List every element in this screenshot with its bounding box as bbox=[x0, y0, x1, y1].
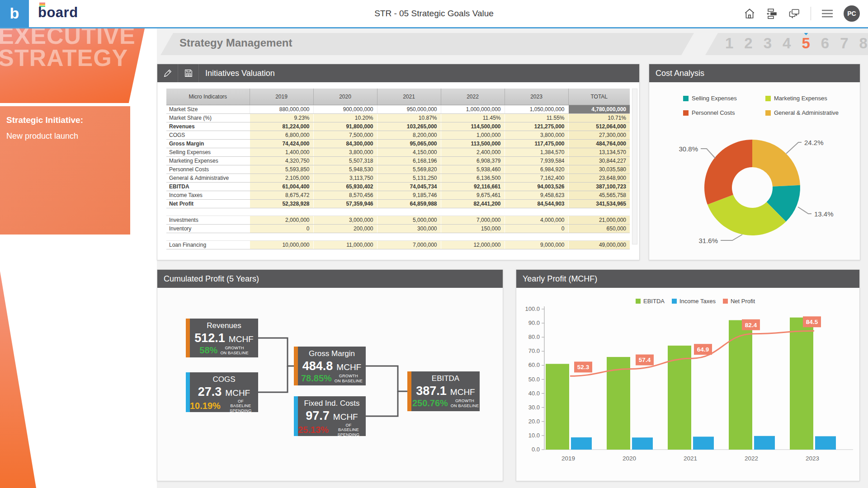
table-cell[interactable]: 8,675,472 bbox=[250, 191, 313, 199]
step-4[interactable]: 4 bbox=[783, 35, 791, 52]
table-cell[interactable]: 30,844,227 bbox=[568, 156, 630, 165]
table-cell[interactable]: 1,050,000,000 bbox=[505, 105, 568, 113]
table-cell[interactable]: 650,000 bbox=[568, 224, 630, 233]
table-cell[interactable]: 27,300,000 bbox=[568, 131, 630, 139]
home-icon[interactable] bbox=[744, 8, 755, 19]
table-cell[interactable]: 94,003,526 bbox=[505, 182, 568, 191]
table-cell[interactable]: 1,384,570 bbox=[505, 148, 568, 156]
table-cell[interactable]: 3,800,000 bbox=[313, 148, 377, 156]
table-cell[interactable]: 95,065,000 bbox=[377, 139, 441, 148]
table-cell[interactable]: 117,475,000 bbox=[505, 139, 568, 148]
table-cell[interactable]: 9.23% bbox=[250, 113, 313, 122]
table-cell[interactable]: 0 bbox=[250, 224, 313, 233]
table-cell[interactable]: 341,534,965 bbox=[568, 199, 630, 208]
table-cell[interactable]: 74,045,734 bbox=[377, 182, 441, 191]
table-cell[interactable]: 92,116,661 bbox=[441, 182, 505, 191]
table-cell[interactable]: 5,131,250 bbox=[377, 174, 441, 182]
table-cell[interactable]: 1,400,000 bbox=[250, 148, 313, 156]
table-cell[interactable]: 5,000,000 bbox=[377, 216, 441, 224]
screens-navigation-icon[interactable] bbox=[765, 8, 778, 19]
table-cell[interactable]: 950,000,000 bbox=[377, 105, 441, 113]
table-cell[interactable]: 6,984,920 bbox=[505, 165, 568, 174]
table-cell[interactable]: 113,500,000 bbox=[441, 139, 505, 148]
table-cell[interactable]: 61,004,400 bbox=[250, 182, 313, 191]
table-cell[interactable]: 82,441,200 bbox=[441, 199, 505, 208]
table-cell[interactable]: 3,000,000 bbox=[313, 216, 377, 224]
table-cell[interactable]: 21,000,000 bbox=[568, 216, 630, 224]
table-cell[interactable]: 4,150,000 bbox=[377, 148, 441, 156]
table-cell[interactable]: 6,136,500 bbox=[441, 174, 505, 182]
table-cell[interactable]: 84,544,903 bbox=[505, 199, 568, 208]
table-cell[interactable]: 7,162,400 bbox=[505, 174, 568, 182]
table-cell[interactable]: 91,800,000 bbox=[313, 122, 377, 131]
table-scrollbar[interactable] bbox=[632, 89, 637, 244]
step-7[interactable]: 7 bbox=[840, 35, 848, 52]
table-cell[interactable]: 64,859,988 bbox=[377, 199, 441, 208]
table-cell[interactable]: 30,035,580 bbox=[568, 165, 630, 174]
table-cell[interactable]: 300,000 bbox=[377, 224, 441, 233]
table-cell[interactable]: 200,000 bbox=[313, 224, 377, 233]
table-cell[interactable]: 7,000,000 bbox=[377, 240, 441, 249]
table-cell[interactable]: 11.55% bbox=[505, 113, 568, 122]
table-cell[interactable]: 900,000,000 bbox=[313, 105, 377, 113]
edit-pencil-icon[interactable] bbox=[157, 64, 178, 82]
table-cell[interactable]: 2,105,000 bbox=[250, 174, 313, 182]
table-cell[interactable]: 5,569,820 bbox=[377, 165, 441, 174]
table-cell[interactable]: 49,000,000 bbox=[568, 240, 630, 249]
table-cell[interactable]: 9,675,461 bbox=[441, 191, 505, 199]
table-cell[interactable]: 6,908,379 bbox=[441, 156, 505, 165]
table-cell[interactable]: 5,593,850 bbox=[250, 165, 313, 174]
table-cell[interactable]: 103,265,000 bbox=[377, 122, 441, 131]
table-cell[interactable]: 3,113,750 bbox=[313, 174, 377, 182]
board-logo-icon[interactable]: b bbox=[0, 0, 29, 27]
table-cell[interactable]: 6,168,196 bbox=[377, 156, 441, 165]
step-8[interactable]: 8 bbox=[859, 35, 868, 52]
table-cell[interactable]: 11.45% bbox=[441, 113, 505, 122]
table-cell[interactable]: 7,939,584 bbox=[505, 156, 568, 165]
table-cell[interactable]: 10.20% bbox=[313, 113, 377, 122]
comments-icon[interactable] bbox=[788, 8, 801, 19]
table-cell[interactable]: 5,938,460 bbox=[441, 165, 505, 174]
table-cell[interactable]: 10.71% bbox=[568, 113, 630, 122]
step-6[interactable]: 6 bbox=[821, 35, 829, 52]
table-cell[interactable]: 484,764,000 bbox=[568, 139, 630, 148]
table-cell[interactable]: 4,000,000 bbox=[505, 216, 568, 224]
table-cell[interactable]: 74,424,000 bbox=[250, 139, 313, 148]
menu-icon[interactable] bbox=[821, 9, 834, 19]
table-cell[interactable]: 2,400,000 bbox=[441, 148, 505, 156]
table-cell[interactable]: 84,300,000 bbox=[313, 139, 377, 148]
table-cell[interactable]: 5,507,318 bbox=[313, 156, 377, 165]
table-cell[interactable]: 4,780,000,000 bbox=[568, 105, 630, 113]
table-cell[interactable]: 52,328,928 bbox=[250, 199, 313, 208]
table-cell[interactable]: 12,000,000 bbox=[441, 240, 505, 249]
table-cell[interactable]: 7,500,000 bbox=[313, 131, 377, 139]
step-1[interactable]: 1 bbox=[725, 35, 733, 52]
table-cell[interactable]: 512,064,000 bbox=[568, 122, 630, 131]
save-icon[interactable] bbox=[178, 64, 199, 82]
table-cell[interactable]: 81,224,000 bbox=[250, 122, 313, 131]
table-cell[interactable]: 114,500,000 bbox=[441, 122, 505, 131]
table-cell[interactable]: 23,648,900 bbox=[568, 174, 630, 182]
table-cell[interactable]: 4,320,750 bbox=[250, 156, 313, 165]
table-cell[interactable]: 2,000,000 bbox=[250, 216, 313, 224]
table-cell[interactable]: 150,000 bbox=[441, 224, 505, 233]
table-cell[interactable]: 6,800,000 bbox=[250, 131, 313, 139]
table-cell[interactable]: 65,930,402 bbox=[313, 182, 377, 191]
table-cell[interactable]: 9,458,623 bbox=[505, 191, 568, 199]
table-cell[interactable]: 10.87% bbox=[377, 113, 441, 122]
step-5[interactable]: 5 bbox=[802, 35, 810, 52]
table-cell[interactable]: 3,800,000 bbox=[505, 131, 568, 139]
table-cell[interactable]: 1,000,000 bbox=[441, 131, 505, 139]
step-3[interactable]: 3 bbox=[764, 35, 772, 52]
table-cell[interactable]: 13,134,570 bbox=[568, 148, 630, 156]
table-cell[interactable]: 7,000,000 bbox=[441, 216, 505, 224]
table-cell[interactable]: 121,275,000 bbox=[505, 122, 568, 131]
table-cell[interactable]: 9,185,746 bbox=[377, 191, 441, 199]
table-cell[interactable]: 5,948,530 bbox=[313, 165, 377, 174]
table-cell[interactable]: 880,000,000 bbox=[250, 105, 313, 113]
table-cell[interactable]: 1,000,000,000 bbox=[441, 105, 505, 113]
user-avatar[interactable]: PC bbox=[844, 5, 860, 22]
table-cell[interactable]: 0 bbox=[505, 224, 568, 233]
table-cell[interactable]: 8,570,456 bbox=[313, 191, 377, 199]
table-cell[interactable]: 45,565,758 bbox=[568, 191, 630, 199]
